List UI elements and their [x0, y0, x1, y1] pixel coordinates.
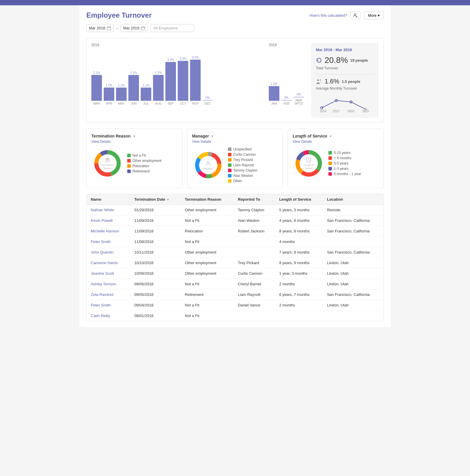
start-date-filter[interactable]: Mar 2018 — [86, 24, 114, 32]
how-calculated-link[interactable]: How's this calculated? — [309, 13, 347, 18]
termination-dropdown-icon[interactable]: ▾ — [133, 135, 135, 138]
legend-retirement: Retirement — [127, 169, 162, 173]
termination-date-cell: 09/06/2018 — [130, 279, 181, 289]
table-row: Peter Smith09/04/2018Not a FitDaniel Van… — [87, 300, 383, 311]
summary-avg-people: 1.5 people — [342, 79, 360, 84]
employee-name-cell[interactable]: Peter Smith — [87, 237, 130, 247]
svg-rect-7 — [141, 27, 145, 30]
table-row: Kevin Powell11/09/2018Not a FitAlan West… — [87, 215, 383, 226]
bar-month-jul: JUL — [143, 102, 149, 105]
manager-panel: Manager ▾ View Details — [187, 129, 283, 188]
bar-month-apr: APR — [106, 102, 112, 105]
reported-to-cell: Curtis Cannon — [234, 268, 275, 279]
summary-avg-row: 1.6% 1.5 people — [316, 78, 374, 85]
bar-may — [116, 88, 127, 101]
termination-center-label: TerminationReason — [99, 157, 116, 170]
more-button[interactable]: More ▾ — [364, 11, 384, 19]
location-cell — [323, 311, 383, 321]
reported-to-cell: Tammy Clayton — [234, 205, 275, 215]
bar-month-sep: SEP — [168, 102, 174, 105]
col-name: Name — [87, 194, 130, 205]
more-dropdown-icon: ▾ — [378, 13, 380, 18]
bar-month-mar2019: MAR(MTD) — [295, 99, 303, 105]
calendar-icon-end — [141, 26, 145, 30]
reported-to-cell — [234, 311, 275, 321]
location-cell: Lindon, Utah — [323, 268, 383, 279]
employee-name-cell[interactable]: Nathan White — [87, 205, 130, 215]
svg-text:2016: 2016 — [320, 110, 327, 112]
svg-line-44 — [309, 160, 310, 160]
employee-name-cell[interactable]: Kevin Powell — [87, 215, 130, 226]
termination-view-details[interactable]: View Details — [91, 140, 177, 144]
legend-dot-liam — [228, 163, 231, 167]
bar-label-jun: 2.1% — [130, 71, 137, 74]
location-cell: San Francisco, California — [323, 226, 383, 237]
reported-to-cell: Trey Pickard — [234, 258, 275, 268]
table-header: Name Termination Date ▾ Termination Reas… — [87, 194, 383, 205]
length-of-service-cell: 8 years, 8 months — [275, 226, 323, 237]
los-center-label: Length ofService — [300, 157, 318, 170]
location-cell — [323, 237, 383, 247]
employee-name-cell[interactable]: Zeta Ramirez — [87, 289, 130, 300]
bar-jun — [128, 75, 139, 101]
bar-group-oct: 3.3% OCT — [178, 57, 188, 105]
bar-group-feb: 0% FEB — [281, 96, 292, 105]
location-cell: San Francisco, California — [323, 247, 383, 258]
col-termination-reason: Termination Reason — [181, 194, 234, 205]
termination-reason-cell: Not a Fit — [181, 300, 234, 311]
bar-feb — [281, 100, 292, 101]
legend-unspecified: Unspecified — [228, 147, 258, 151]
employee-name-cell[interactable]: Cameron Harris — [87, 258, 130, 268]
manager-donut: Manager — [192, 149, 224, 181]
reported-to-cell: Daniel Vance — [234, 300, 275, 311]
reported-to-cell — [234, 237, 275, 247]
employee-name-cell[interactable]: Peter Smith — [87, 300, 130, 311]
table-body: Nathan White01/29/2019Other employmentTa… — [87, 205, 383, 321]
bar-month-may: MAY — [118, 102, 125, 105]
chart-2018: 2018 2.1% MAR 1.1% APR 1.1% — [91, 43, 263, 105]
manager-view-details[interactable]: View Details — [192, 140, 278, 144]
summary-total-pct: 20.8% — [325, 56, 348, 65]
termination-date-cell: 01/29/2019 — [130, 205, 181, 215]
termination-legend: Not a Fit Other employment Relocation Re… — [127, 153, 162, 173]
los-legend: 5-10 years < 6 months 3-5 years 1-3 year… — [328, 151, 361, 176]
los-dropdown-icon[interactable]: ▾ — [330, 135, 331, 138]
bar-dec — [202, 100, 213, 101]
table-row: Zeta Ramirez09/05/2018RetirementLiam Ray… — [87, 289, 383, 300]
termination-reason-title: Termination Reason ▾ — [91, 134, 177, 138]
bar-group-jan: 1.2% JAN — [269, 82, 279, 105]
employee-filter[interactable]: All Employees — [150, 24, 194, 32]
table-row: Ashley Simson09/06/2018Not a FitCheryl B… — [87, 279, 383, 289]
bar-mar — [91, 75, 102, 101]
employee-name-cell[interactable]: Ashley Simson — [87, 279, 130, 289]
end-date-filter[interactable]: Mar 2019 — [120, 24, 148, 32]
employee-name-cell[interactable]: Cash Reilly — [87, 311, 130, 321]
table-row: Michelle Hannon11/09/2018RelocationRober… — [87, 226, 383, 237]
manager-dropdown-icon[interactable]: ▾ — [212, 135, 213, 138]
table-row: Cash Reilly08/01/2018Not a Fit — [87, 311, 383, 321]
manager-center-icon — [205, 160, 211, 166]
refresh-icon — [316, 57, 322, 63]
filters-bar: Mar 2018 – Mar 2019 All Employees — [86, 24, 384, 32]
table-row: John Quentin10/11/2018Other employment7 … — [87, 247, 383, 258]
employee-name-cell[interactable]: Michelle Hannon — [87, 226, 130, 237]
bar-month-mar: MAR — [93, 102, 100, 105]
length-of-service-cell: 4 months — [275, 237, 323, 247]
add-person-button[interactable] — [350, 11, 360, 19]
bar-label-sep: 3.2% — [167, 58, 174, 61]
summary-box: Mar 2018 - Mar 2019 20.8% 19 people Tota… — [311, 43, 379, 118]
length-of-service-cell: 5 years, 3 months — [275, 205, 323, 215]
employee-name-cell[interactable]: John Quentin — [87, 247, 130, 258]
col-length-of-service: Length of Service — [275, 194, 323, 205]
summary-total-row: 20.8% 19 people — [316, 56, 374, 65]
location-cell: Lindon, Utah — [323, 300, 383, 311]
location-cell: San Francisco, California — [323, 289, 383, 300]
legend-dot-6m-1yr — [328, 172, 332, 176]
employee-name-cell[interactable]: Jeanine Scott — [87, 268, 130, 279]
bar-jan — [269, 86, 279, 101]
col-termination-date[interactable]: Termination Date ▾ — [130, 194, 181, 205]
bar-mar2019 — [293, 97, 304, 98]
table-row: Peter Smith11/08/2018Not a Fit4 months — [87, 237, 383, 247]
legend-relocation: Relocation — [127, 164, 162, 168]
los-view-details[interactable]: View Details — [293, 140, 379, 144]
